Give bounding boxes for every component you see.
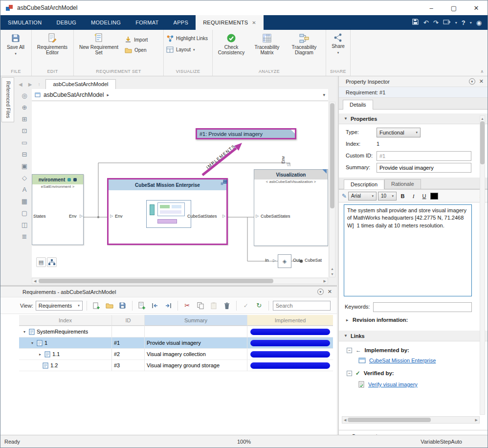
cut-icon[interactable]: ✂ (182, 300, 193, 311)
image-icon[interactable]: ▦ (22, 198, 27, 205)
table-header-row[interactable]: Index ID Summary Implemented (19, 315, 333, 326)
column-summary[interactable]: Summary (145, 315, 247, 326)
document-tab[interactable]: asbCubeSatArchModel (45, 79, 115, 89)
view-select[interactable]: Requirements ▾ (36, 301, 83, 311)
up-icon[interactable]: ↑ (35, 82, 43, 89)
back-icon[interactable]: ◀ (16, 82, 25, 89)
bold-button[interactable]: B (398, 191, 407, 201)
signature-icon[interactable]: ✎ (342, 193, 347, 200)
new-requirement-set-button[interactable]: New Requirement Set (76, 32, 121, 55)
share-button[interactable]: Share ▾ (329, 32, 348, 55)
inspector-hscrollbar[interactable]: ◀ ▶ (342, 416, 480, 424)
highlight-links-button[interactable]: Highlight Links (166, 35, 208, 42)
visualization-block[interactable]: Visualization < asbCubeSatVisualization … (254, 169, 328, 246)
scroll-right-icon[interactable]: ▶ (322, 278, 328, 284)
comments-section-header[interactable]: ▼ Comments (339, 430, 488, 435)
referenced-files-tab[interactable]: Referenced Files (1, 77, 14, 122)
forward-icon[interactable]: ▶ (26, 82, 35, 89)
add-requirement-icon-button[interactable] (136, 300, 147, 311)
save-all-caret-icon[interactable]: ▾ (15, 51, 17, 56)
maximize-button[interactable]: ▢ (443, 0, 465, 15)
help-caret-icon[interactable]: ▾ (470, 21, 472, 25)
share-caret-icon[interactable]: ▾ (337, 50, 339, 55)
scroll-right-icon[interactable]: ▶ (474, 417, 479, 423)
delete-icon[interactable] (222, 300, 232, 311)
column-index[interactable]: Index (19, 315, 112, 326)
viewmark-icon[interactable]: ◇ (22, 174, 27, 181)
requirements-editor-button[interactable]: Requirements Editor (34, 32, 70, 55)
check-consistency-button[interactable]: Check Consistency (215, 32, 247, 55)
record-icon[interactable]: ◉ (476, 19, 482, 26)
save-requirement-set-icon-button[interactable] (117, 300, 128, 311)
help-icon[interactable]: ? (462, 19, 466, 26)
new-requirement-set-icon-button[interactable] (91, 300, 102, 311)
vscroll-thumb[interactable] (330, 103, 334, 208)
canvas-hscrollbar[interactable]: ◀ ▶ (32, 278, 328, 284)
custom-id-field[interactable]: #1 (377, 151, 471, 161)
tab-debug[interactable]: DEBUG (49, 15, 84, 30)
minimize-button[interactable]: – (420, 0, 443, 15)
font-select[interactable]: Arial ▾ (348, 192, 377, 201)
breadcrumb-model[interactable]: asbCubeSatArchModel (44, 91, 104, 98)
collapse-link-icon[interactable]: − (347, 371, 352, 376)
environment-block[interactable]: nvironment eSatEnvironment > (32, 174, 84, 245)
tab-simulation[interactable]: SIMULATION (0, 15, 49, 30)
hscroll-thumb[interactable] (39, 279, 273, 283)
breadcrumb-dropdown-icon[interactable]: ▾ (323, 92, 325, 97)
zoom-icon[interactable]: ⊕ (22, 104, 27, 111)
import-button[interactable]: Import (125, 36, 148, 43)
legend-button[interactable]: ▤ (36, 257, 46, 267)
scroll-down-icon[interactable]: ▼ (331, 271, 334, 277)
italic-button[interactable]: I (409, 191, 418, 201)
layout-caret-icon[interactable]: ▾ (193, 48, 195, 52)
model-canvas[interactable]: nvironment eSatEnvironment > States Env … (32, 102, 328, 277)
implemented-by-link[interactable]: CubeSat Mission Enterprise (369, 358, 436, 363)
breadcrumb-caret-icon[interactable]: ▸ (107, 92, 109, 97)
scroll-left-icon[interactable]: ◀ (32, 278, 38, 284)
table-row[interactable]: ▸ 1.1 #2 Visual imagery collection (19, 349, 333, 360)
link-check-icon[interactable]: ✓ (241, 300, 251, 311)
underline-button[interactable]: U (420, 191, 429, 201)
collapse-link-icon[interactable]: − (347, 348, 352, 353)
scroll-up-icon[interactable]: ▲ (481, 116, 484, 121)
verified-by-link[interactable]: Verify visual imagery (368, 381, 418, 387)
type-select[interactable]: Functional ▾ (377, 128, 421, 137)
quick-save-icon[interactable] (412, 18, 419, 27)
keywords-field[interactable] (373, 302, 472, 312)
area-icon[interactable]: ▢ (22, 209, 27, 217)
open-button[interactable]: Open (125, 47, 148, 53)
expander-icon[interactable]: ▾ (22, 330, 27, 334)
collapse-ribbon-icon[interactable]: ∧ (480, 69, 484, 74)
zoom-region-icon[interactable]: ⊡ (22, 127, 27, 134)
traceability-diagram-button[interactable]: Traceability Diagram (287, 32, 322, 55)
explorer-bar-icon[interactable]: ◎ (22, 92, 27, 99)
scroll-up-icon[interactable]: ▲ (331, 266, 334, 271)
breadcrumb[interactable]: asbCubeSatArchModel ▸ ▾ (32, 89, 328, 101)
expander-icon[interactable]: ▸ (38, 352, 43, 357)
panel-menu-icon[interactable]: ▾ (469, 78, 475, 85)
open-requirement-set-icon-button[interactable] (104, 300, 115, 311)
properties-section-header[interactable]: ▼ Properties (339, 113, 488, 124)
solver-name[interactable]: VariableStepAuto (421, 439, 488, 445)
tab-description[interactable]: Description (344, 179, 384, 189)
column-implemented[interactable]: Implemented (247, 315, 333, 326)
summary-field[interactable]: Provide visual imagery (377, 163, 471, 173)
traceability-matrix-button[interactable]: Traceability Matrix (249, 32, 285, 55)
revision-section-header[interactable]: ▸ Revision information: (345, 317, 408, 323)
split-screen-icon[interactable]: ⊟ (22, 151, 27, 158)
model-badge-icon[interactable]: ⊞ (223, 179, 227, 185)
annotation-icon[interactable]: A (22, 186, 27, 193)
canvas-vscrollbar[interactable]: ▲ ▼ (329, 102, 335, 277)
table-row-selected[interactable]: ▾ 1 #1 Provide visual imagery (19, 337, 333, 349)
font-color-swatch[interactable] (430, 193, 438, 200)
column-id[interactable]: ID (112, 315, 145, 326)
panel-close-icon[interactable]: ✕ (328, 289, 332, 295)
hierarchy-button[interactable] (47, 257, 57, 267)
io-subsystem-block[interactable]: ◈ (278, 254, 291, 268)
close-tab-icon[interactable]: ✕ (252, 20, 256, 25)
hscroll-thumb[interactable] (348, 418, 431, 422)
undo-icon[interactable]: ↶ (423, 19, 429, 26)
font-size-select[interactable]: 10 ▾ (378, 192, 397, 201)
redo-icon[interactable]: ↷ (433, 19, 439, 26)
table-row[interactable]: ▾ SystemRequirements (19, 326, 333, 337)
